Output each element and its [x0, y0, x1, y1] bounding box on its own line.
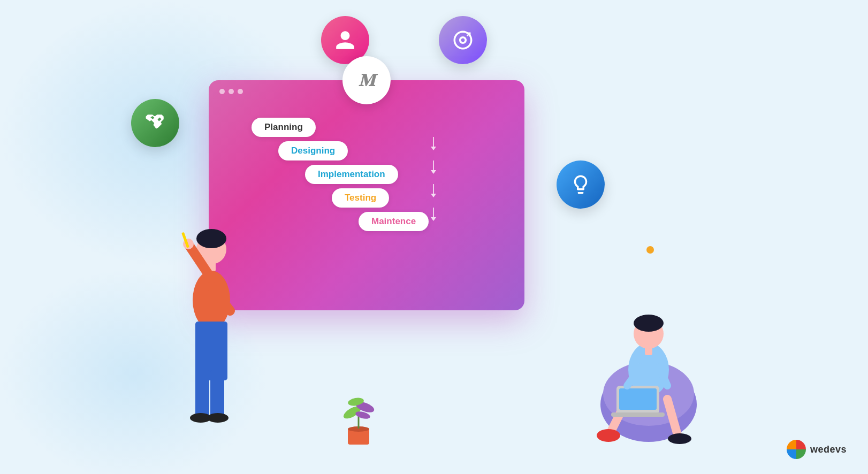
svg-point-12	[207, 413, 229, 423]
target-icon	[439, 16, 487, 64]
maintence-label: Maintence	[371, 216, 416, 226]
implementation-label: Implementation	[318, 169, 385, 179]
implementation-pill: Implementation	[305, 165, 398, 184]
svg-point-1	[196, 229, 226, 248]
wedevs-branding: wedevs	[787, 440, 847, 459]
window-dots	[219, 89, 243, 94]
app-logo: 𝐌	[342, 56, 391, 104]
logo-symbol: 𝐌	[359, 71, 375, 90]
wedevs-logo-icon	[787, 440, 806, 459]
svg-point-32	[634, 315, 664, 332]
flow-step-maintence: Maintence	[359, 212, 429, 231]
planning-label: Planning	[264, 122, 303, 132]
svg-rect-10	[210, 370, 224, 418]
svg-rect-28	[619, 388, 657, 410]
person-standing	[163, 217, 249, 442]
window-dot-3	[238, 89, 243, 94]
svg-rect-9	[195, 370, 209, 418]
main-scene: 𝐌 Planning Designing	[0, 0, 868, 474]
designing-pill: Designing	[278, 141, 348, 160]
designing-label: Designing	[291, 146, 335, 156]
window-dot-1	[219, 89, 225, 94]
flow-step-designing: Designing	[278, 141, 429, 160]
monitor-screen: 𝐌 Planning Designing	[209, 80, 524, 310]
planning-pill: Planning	[252, 118, 316, 137]
maintence-pill: Maintence	[359, 212, 429, 231]
handshake-icon	[131, 99, 179, 147]
testing-pill: Testing	[332, 188, 389, 208]
flow-step-planning: Planning	[252, 118, 429, 137]
plant-decoration	[337, 383, 380, 447]
testing-label: Testing	[345, 193, 376, 203]
flowchart: Planning Designing Implementation	[252, 118, 429, 235]
flow-step-testing: Testing	[332, 188, 429, 208]
flow-step-implementation: Implementation	[305, 165, 429, 184]
decoration-dot	[646, 246, 654, 254]
lightbulb-icon	[557, 160, 605, 209]
person-sitting	[584, 287, 702, 447]
wedevs-logo-text: wedevs	[810, 444, 847, 455]
svg-point-24	[597, 429, 620, 442]
svg-rect-29	[611, 412, 665, 417]
svg-point-25	[668, 433, 691, 444]
window-dot-2	[229, 89, 234, 94]
